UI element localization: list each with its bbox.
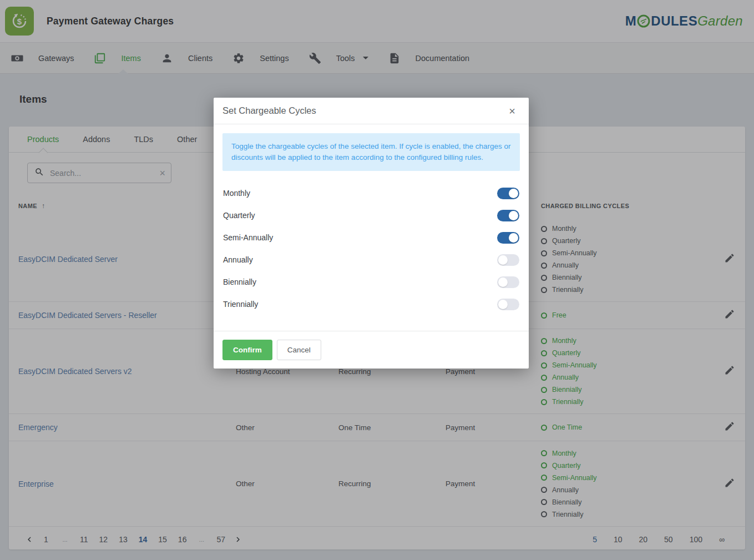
cancel-button[interactable]: Cancel [277, 340, 321, 360]
semi-annually-toggle[interactable] [497, 232, 519, 244]
close-icon[interactable]: × [504, 105, 520, 117]
toggle-label: Triennially [223, 300, 258, 309]
toggle-label: Biennially [223, 278, 256, 286]
set-chargeable-cycles-modal: Set Chargeable Cycles × Toggle the charg… [214, 98, 529, 369]
toggle-list: Monthly Quarterly Semi-Annually Annually… [214, 180, 529, 331]
toggle-row-quarterly: Quarterly [214, 204, 529, 226]
toggle-row-monthly: Monthly [214, 182, 529, 204]
modal-info-box: Toggle the chargeable cycles of the sele… [222, 133, 520, 171]
toggle-row-annually: Annually [214, 249, 529, 271]
modal-title: Set Chargeable Cycles [222, 105, 316, 116]
modal-footer: Confirm Cancel [214, 331, 529, 369]
toggle-row-semi-annually: Semi-Annually [214, 226, 529, 249]
confirm-button[interactable]: Confirm [222, 340, 272, 360]
toggle-row-biennially: Biennially [214, 271, 529, 293]
toggle-label: Quarterly [223, 211, 255, 220]
annually-toggle[interactable] [497, 254, 519, 266]
modal-header: Set Chargeable Cycles × [214, 98, 529, 124]
toggle-label: Monthly [223, 189, 250, 198]
triennially-toggle[interactable] [497, 299, 519, 310]
quarterly-toggle[interactable] [497, 210, 519, 221]
toggle-row-triennially: Triennially [214, 293, 529, 315]
monthly-toggle[interactable] [497, 188, 519, 199]
toggle-label: Semi-Annually [223, 233, 273, 242]
biennially-toggle[interactable] [497, 276, 519, 288]
toggle-label: Annually [223, 255, 253, 264]
